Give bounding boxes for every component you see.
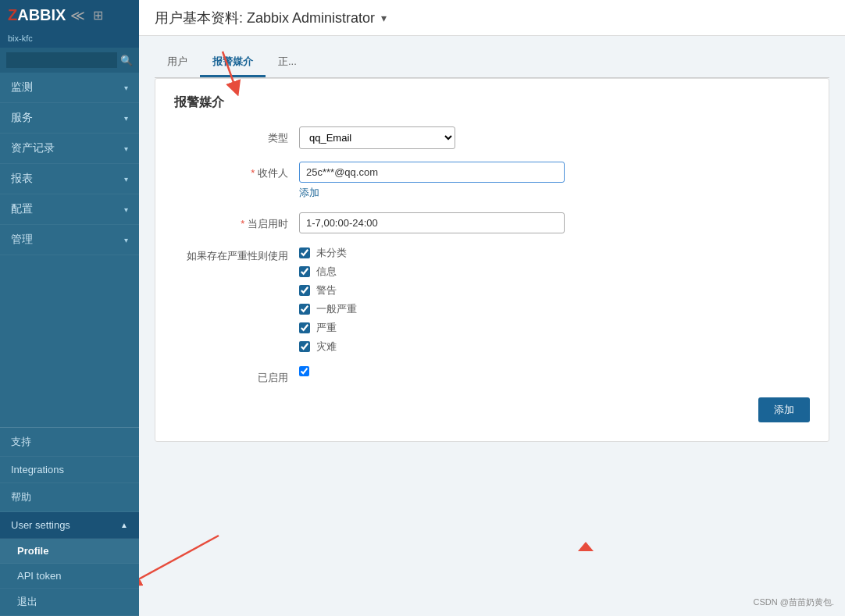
severity-high: 严重: [299, 321, 810, 335]
label-unclassified: 未分类: [316, 246, 347, 260]
search-input[interactable]: [6, 52, 117, 68]
chevron-icon: ▾: [124, 114, 128, 123]
label-disaster: 灾难: [316, 340, 337, 354]
logo-text: ZABBIX: [8, 6, 66, 24]
checkbox-enabled[interactable]: [299, 366, 309, 376]
tab-permissions[interactable]: 正...: [266, 48, 309, 77]
sidebar-item-monitoring[interactable]: 监测 ▾: [0, 73, 139, 103]
sidebar-label-reports: 报表: [11, 172, 33, 186]
form-row-when-active: 当启用时 1-7,00:00-24:00: [174, 212, 810, 233]
search-icon[interactable]: 🔍: [120, 55, 133, 66]
logo-abbix: ABBIX: [17, 6, 66, 23]
form-row-type: 类型 qq_Email: [174, 126, 810, 149]
form-actions: 添加: [174, 397, 810, 422]
when-active-control: 1-7,00:00-24:00: [299, 212, 810, 233]
severity-disaster: 灾难: [299, 340, 810, 354]
type-select[interactable]: qq_Email: [299, 126, 455, 149]
page-title-dropdown-icon[interactable]: ▾: [381, 12, 387, 24]
recipient-control: 添加: [299, 162, 810, 200]
chevron-icon: ▾: [124, 144, 128, 153]
logo-z: Z: [8, 6, 17, 23]
form-row-enabled: 已启用: [174, 366, 810, 385]
sidebar-item-api-token[interactable]: API token: [0, 564, 139, 589]
sidebar-hostname: bix-kfc: [0, 30, 139, 48]
page-body: 用户 报警媒介 正... 报警媒介 类型 qq_Email: [139, 36, 845, 616]
sidebar-item-profile[interactable]: Profile: [0, 539, 139, 564]
type-label: 类型: [174, 126, 299, 145]
sidebar-item-logout[interactable]: 退出: [0, 589, 139, 616]
sidebar-item-admin[interactable]: 管理 ▾: [0, 225, 139, 255]
when-active-label: 当启用时: [174, 212, 299, 231]
sidebar-bottom: 支持 Integrations 帮助 User settings ▲ Profi…: [0, 427, 139, 616]
chevron-icon: ▾: [124, 205, 128, 214]
sidebar-label-monitoring: 监测: [11, 80, 33, 94]
checkbox-unclassified[interactable]: [299, 247, 310, 258]
sidebar-search: 🔍: [0, 48, 139, 73]
sidebar-item-support[interactable]: 支持: [0, 428, 139, 457]
sidebar-item-services[interactable]: 服务 ▾: [0, 103, 139, 134]
page-header: 用户基本资料: Zabbix Administrator ▾: [139, 0, 845, 36]
sidebar-item-help[interactable]: 帮助: [0, 483, 139, 512]
add-button[interactable]: 添加: [758, 397, 810, 422]
label-average: 一般严重: [316, 302, 357, 316]
severity-average: 一般严重: [299, 302, 810, 316]
label-warning: 警告: [316, 283, 337, 297]
sidebar-item-reports[interactable]: 报表 ▾: [0, 164, 139, 194]
sidebar-label-admin: 管理: [11, 233, 33, 247]
main-content: 用户基本资料: Zabbix Administrator ▾ 用户 报警媒介 正…: [139, 0, 845, 616]
severity-warning: 警告: [299, 283, 810, 297]
severity-control: 未分类 信息 警告 一: [299, 246, 810, 354]
user-settings-label: User settings: [11, 519, 70, 531]
sidebar-item-integrations[interactable]: Integrations: [0, 457, 139, 483]
add-recipient-link[interactable]: 添加: [299, 186, 810, 200]
sidebar-nav: 监测 ▾ 服务 ▾ 资产记录 ▾ 报表 ▾ 配置 ▾ 管理 ▾: [0, 73, 139, 427]
enabled-control: [299, 366, 810, 376]
when-active-input[interactable]: 1-7,00:00-24:00: [299, 212, 565, 233]
tabs: 用户 报警媒介 正...: [155, 48, 829, 78]
severity-info: 信息: [299, 265, 810, 279]
chevron-up-icon: ▲: [120, 521, 128, 529]
type-control: qq_Email: [299, 126, 810, 149]
page-title: 用户基本资料: Zabbix Administrator: [155, 9, 375, 27]
chevron-icon: ▾: [124, 175, 128, 183]
checkbox-average[interactable]: [299, 304, 310, 315]
sidebar-item-config[interactable]: 配置 ▾: [0, 194, 139, 225]
chevron-icon: ▾: [124, 236, 128, 244]
form-row-recipient: 收件人 添加: [174, 162, 810, 200]
checkbox-info[interactable]: [299, 266, 310, 277]
sidebar-label-assets: 资产记录: [11, 141, 55, 155]
sidebar: ZABBIX ≪ ⊞ bix-kfc 🔍 监测 ▾ 服务 ▾ 资产记录 ▾: [0, 0, 139, 616]
form-section-title: 报警媒介: [174, 94, 810, 111]
recipient-label: 收件人: [174, 162, 299, 180]
checkbox-high[interactable]: [299, 322, 310, 333]
sidebar-item-user-settings[interactable]: User settings ▲: [0, 512, 139, 539]
label-info: 信息: [316, 265, 337, 279]
svg-line-3: [139, 536, 219, 582]
recipient-input[interactable]: [299, 162, 565, 183]
sidebar-grid-icon[interactable]: ⊞: [93, 8, 103, 23]
sidebar-item-assets[interactable]: 资产记录 ▾: [0, 134, 139, 164]
enabled-row: [299, 366, 810, 376]
sidebar-label-services: 服务: [11, 111, 33, 125]
sidebar-label-config: 配置: [11, 202, 33, 216]
checkbox-group-severities: 未分类 信息 警告 一: [299, 246, 810, 354]
form-row-severity: 如果存在严重性则使用 未分类 信息: [174, 246, 810, 354]
checkbox-warning[interactable]: [299, 285, 310, 296]
severity-label: 如果存在严重性则使用: [174, 246, 299, 263]
chevron-icon: ▾: [124, 84, 128, 92]
severity-unclassified: 未分类: [299, 246, 810, 260]
svg-marker-4: [578, 542, 594, 551]
form-card: 报警媒介 类型 qq_Email 收件人 添加: [155, 78, 829, 442]
label-high: 严重: [316, 321, 337, 335]
enabled-label: 已启用: [174, 366, 299, 385]
sidebar-logo: ZABBIX ≪ ⊞: [0, 0, 139, 30]
tab-alert-media[interactable]: 报警媒介: [200, 48, 266, 77]
credit-text: CSDN @苗苗奶黄包.: [754, 596, 834, 608]
checkbox-disaster[interactable]: [299, 341, 310, 352]
sidebar-collapse-icon[interactable]: ≪: [70, 7, 85, 24]
tab-user[interactable]: 用户: [155, 48, 200, 77]
